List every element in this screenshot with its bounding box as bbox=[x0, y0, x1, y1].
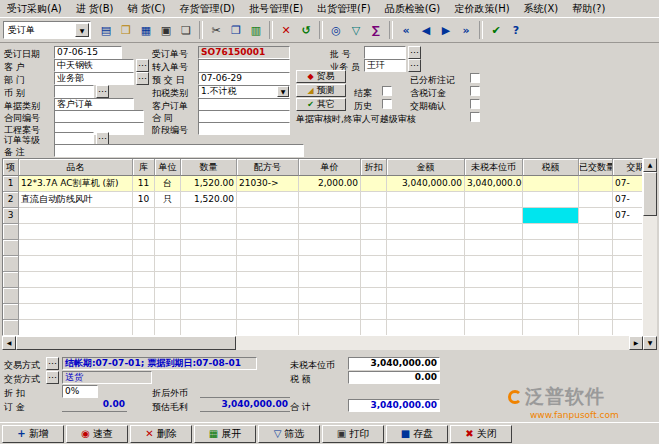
column-header[interactable]: 已交数量 bbox=[579, 159, 613, 176]
currency-lookup-button[interactable]: … bbox=[96, 85, 109, 98]
print-icon[interactable]: ▣ bbox=[156, 20, 176, 40]
table-cell[interactable] bbox=[613, 224, 643, 240]
table-cell[interactable] bbox=[613, 256, 643, 272]
paste-icon[interactable]: ▥ bbox=[246, 20, 266, 40]
table-cell[interactable] bbox=[361, 192, 387, 208]
table-cell[interactable]: 1,520.00 bbox=[181, 192, 237, 208]
table-cell[interactable] bbox=[579, 288, 613, 304]
override-checkbox[interactable] bbox=[470, 112, 480, 122]
table-cell[interactable] bbox=[19, 320, 133, 336]
scroll-left-icon[interactable]: ◀ bbox=[2, 336, 16, 350]
column-header[interactable]: 交期 bbox=[613, 159, 643, 176]
scroll-up-icon[interactable]: ▲ bbox=[643, 158, 657, 172]
table-cell[interactable] bbox=[523, 272, 579, 288]
table-cell[interactable] bbox=[133, 320, 155, 336]
column-header[interactable]: 单位 bbox=[155, 159, 181, 176]
table-cell[interactable] bbox=[155, 288, 181, 304]
delivery-field[interactable]: 送货 bbox=[62, 371, 152, 384]
table-cell[interactable] bbox=[465, 192, 523, 208]
table-cell[interactable] bbox=[387, 320, 465, 336]
table-cell[interactable] bbox=[523, 240, 579, 256]
analyzed-checkbox[interactable] bbox=[470, 73, 480, 83]
scroll-right-icon[interactable]: ▶ bbox=[629, 336, 643, 350]
scroll-down-icon[interactable]: ▼ bbox=[643, 336, 657, 350]
menu-item-2[interactable]: 进 货(B) bbox=[69, 1, 121, 17]
doc-type-combo[interactable]: 受订单 ▼ bbox=[3, 21, 91, 39]
close-button[interactable]: ✖关闭 bbox=[450, 425, 512, 443]
table-cell[interactable] bbox=[387, 304, 465, 320]
first-record-icon[interactable]: « bbox=[396, 20, 416, 40]
table-cell[interactable] bbox=[613, 320, 643, 336]
menu-item-7[interactable]: 品质检验(G) bbox=[378, 1, 448, 17]
table-cell[interactable] bbox=[299, 304, 361, 320]
table-cell[interactable] bbox=[237, 272, 299, 288]
table-cell[interactable] bbox=[133, 288, 155, 304]
table-cell[interactable] bbox=[155, 320, 181, 336]
approve-icon[interactable]: ✔ bbox=[486, 20, 506, 40]
table-cell[interactable] bbox=[181, 288, 237, 304]
save-button[interactable]: ■存盘 bbox=[386, 425, 448, 443]
table-cell[interactable] bbox=[133, 304, 155, 320]
order-date-field[interactable]: 07-06-15 bbox=[54, 46, 122, 59]
table-cell[interactable] bbox=[155, 240, 181, 256]
save-icon[interactable]: ▦ bbox=[136, 20, 156, 40]
delivery-lookup-button[interactable]: … bbox=[46, 371, 59, 384]
table-cell[interactable] bbox=[237, 320, 299, 336]
last-record-icon[interactable]: » bbox=[456, 20, 476, 40]
dept-field[interactable]: 业务部 bbox=[54, 72, 134, 85]
table-cell[interactable]: 2,000.00 bbox=[299, 176, 361, 192]
table-cell[interactable] bbox=[523, 320, 579, 336]
table-cell[interactable] bbox=[155, 224, 181, 240]
table-cell[interactable] bbox=[361, 320, 387, 336]
delete-button[interactable]: ✕删除 bbox=[130, 425, 192, 443]
menu-item-5[interactable]: 批号管理(E) bbox=[242, 1, 310, 17]
column-header[interactable]: 单价 bbox=[299, 159, 361, 176]
table-cell[interactable]: 11 bbox=[133, 176, 155, 192]
table-cell[interactable] bbox=[361, 288, 387, 304]
table-cell[interactable] bbox=[181, 208, 237, 224]
table-cell[interactable] bbox=[579, 240, 613, 256]
tax-deposit-checkbox[interactable] bbox=[470, 86, 480, 96]
row-index-cell[interactable] bbox=[3, 272, 19, 288]
history-checkbox[interactable] bbox=[382, 99, 392, 109]
menu-item-1[interactable]: 受订采购(A) bbox=[0, 1, 69, 17]
table-cell[interactable] bbox=[237, 224, 299, 240]
table-cell[interactable] bbox=[465, 320, 523, 336]
table-cell[interactable] bbox=[361, 272, 387, 288]
table-cell[interactable] bbox=[613, 240, 643, 256]
undo-icon[interactable]: ↺ bbox=[296, 20, 316, 40]
table-cell[interactable] bbox=[19, 288, 133, 304]
column-header[interactable]: 数量 bbox=[181, 159, 237, 176]
table-cell[interactable] bbox=[579, 272, 613, 288]
trade-button[interactable]: ◆ 贸易 bbox=[296, 70, 346, 83]
table-cell[interactable] bbox=[361, 304, 387, 320]
table-cell[interactable] bbox=[181, 240, 237, 256]
due-date-field[interactable]: 07-06-29 bbox=[198, 72, 290, 85]
table-cell[interactable] bbox=[155, 208, 181, 224]
column-header[interactable]: 金额 bbox=[387, 159, 465, 176]
table-cell[interactable] bbox=[19, 224, 133, 240]
menu-item-10[interactable]: 帮助(?) bbox=[565, 1, 612, 17]
table-cell[interactable] bbox=[237, 256, 299, 272]
table-cell[interactable] bbox=[237, 288, 299, 304]
table-cell[interactable] bbox=[361, 176, 387, 192]
remark-field[interactable] bbox=[54, 144, 304, 157]
table-cell[interactable] bbox=[133, 224, 155, 240]
table-cell[interactable]: 07- bbox=[613, 208, 643, 224]
table-cell[interactable] bbox=[19, 240, 133, 256]
next-record-icon[interactable]: ▶ bbox=[436, 20, 456, 40]
table-cell[interactable]: 07- bbox=[613, 192, 643, 208]
table-cell[interactable] bbox=[465, 208, 523, 224]
table-cell[interactable] bbox=[387, 272, 465, 288]
table-cell[interactable] bbox=[181, 272, 237, 288]
table-cell[interactable] bbox=[361, 208, 387, 224]
table-cell[interactable] bbox=[237, 208, 299, 224]
table-cell[interactable] bbox=[133, 240, 155, 256]
calc-icon[interactable]: ∑ bbox=[366, 20, 386, 40]
table-cell[interactable] bbox=[237, 240, 299, 256]
table-cell[interactable] bbox=[387, 256, 465, 272]
row-index-cell[interactable] bbox=[3, 288, 19, 304]
table-cell[interactable] bbox=[299, 240, 361, 256]
table-cell[interactable] bbox=[523, 304, 579, 320]
table-cell[interactable] bbox=[523, 288, 579, 304]
